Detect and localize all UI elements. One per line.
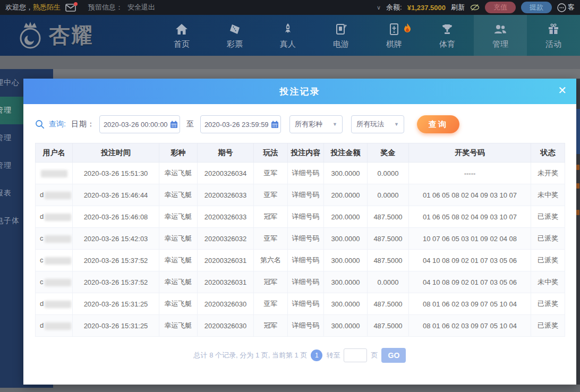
refresh-link[interactable]: 刷新 (451, 3, 465, 12)
cell-bet-content-link[interactable]: 详细号码 (288, 163, 324, 184)
cell-prize: 487.5000 (368, 293, 409, 315)
nav-item-2[interactable]: 真人 (261, 15, 314, 56)
close-icon[interactable]: ✕ (558, 85, 567, 96)
home-icon (175, 22, 189, 36)
cell-status: 未中奖 (531, 271, 565, 293)
nav-item-6[interactable]: 管理 (474, 15, 527, 56)
recharge-button[interactable]: 充值 (485, 2, 516, 13)
column-header-3: 期号 (198, 143, 254, 163)
query-button[interactable]: 查询 (417, 115, 459, 133)
cell-play: 亚军 (254, 163, 288, 184)
modal-header: 投注记录 ✕ (23, 79, 576, 104)
mail-badge-dot (74, 2, 78, 6)
board-game-icon (389, 22, 399, 36)
page-number-button[interactable]: 1 (311, 350, 322, 361)
cell-status: 已派奖 (531, 228, 565, 250)
table-row: c2020-03-26 15:37:52幸运飞艇20200326031第六名详细… (36, 250, 565, 271)
nav-item-label: 棋牌 (386, 39, 402, 49)
nav-item-4[interactable]: 棋牌 (368, 15, 421, 56)
cell-bet-amount: 200.0000 (324, 184, 368, 206)
cell-lottery: 幸运飞艇 (159, 163, 198, 184)
site-logo[interactable]: 杏耀 (15, 20, 155, 51)
balance-amount: ¥1,237.5000 (407, 4, 446, 12)
chevron-down-icon[interactable]: ∨ (377, 4, 381, 11)
column-header-0: 用户名 (36, 143, 73, 163)
nav-item-5[interactable]: 体育 (421, 15, 474, 56)
cell-issue: 20200326032 (198, 228, 254, 250)
cell-bet-time: 2020-03-26 15:31:25 (73, 293, 159, 315)
cell-bet-content-link[interactable]: 详细号码 (288, 250, 324, 271)
withdraw-button[interactable]: 提款 (521, 2, 552, 13)
cell-draw-numbers: ----- (409, 163, 531, 184)
cell-status: 未开奖 (531, 163, 565, 184)
cell-username: d (36, 315, 73, 337)
table-row: d2020-03-26 15:46:08幸运飞艇20200326033冠军详细号… (36, 206, 565, 228)
page-toolbar-dimmed (0, 56, 580, 69)
cell-draw-numbers: 04 10 08 09 02 01 07 03 05 06 (409, 271, 531, 293)
cell-bet-amount: 300.0000 (324, 315, 368, 337)
blurred-username (41, 170, 67, 177)
cell-bet-content-link[interactable]: 详细号码 (288, 184, 324, 206)
logout-link[interactable]: 安全退出 (127, 3, 155, 12)
nav-item-0[interactable]: 首页 (155, 15, 208, 56)
cell-bet-content-link[interactable]: 详细号码 (288, 271, 324, 293)
calendar-icon[interactable] (170, 121, 178, 129)
cell-bet-content-link[interactable]: 详细号码 (288, 315, 324, 337)
cell-draw-numbers: 08 01 06 02 03 09 07 05 10 04 (409, 293, 531, 315)
cell-bet-time: 2020-03-26 15:42:03 (73, 228, 159, 250)
cell-play: 冠军 (254, 271, 288, 293)
column-header-4: 玩法 (254, 143, 288, 163)
nav-item-1[interactable]: 彩票 (208, 15, 261, 56)
nav-item-7[interactable]: 活动 (527, 15, 580, 56)
cell-status: 已派奖 (531, 206, 565, 228)
cell-draw-numbers: 08 01 06 02 03 09 07 05 10 04 (409, 315, 531, 337)
date-from-input[interactable]: 2020-03-26 00:00:00 (99, 115, 180, 133)
nav-item-label: 管理 (492, 39, 508, 49)
cell-issue: 20200326031 (198, 250, 254, 271)
go-button[interactable]: GO (381, 348, 406, 363)
cell-draw-numbers: 01 06 05 08 02 04 09 03 10 07 (409, 184, 531, 206)
cell-issue: 20200326033 (198, 206, 254, 228)
cell-issue: 20200326030 (198, 293, 254, 315)
logo-emblem-icon (15, 20, 46, 51)
modal-title: 投注记录 (280, 86, 320, 98)
cell-username: c (36, 250, 73, 271)
search-bar: 查询: 日期： 2020-03-26 00:00:00 至 2020-03-26… (35, 115, 576, 133)
cell-bet-content-link[interactable]: 详细号码 (288, 293, 324, 315)
cell-lottery: 幸运飞艇 (159, 206, 198, 228)
cell-bet-content-link[interactable]: 详细号码 (288, 228, 324, 250)
blurred-username (45, 301, 71, 308)
eye-off-icon[interactable] (470, 4, 480, 11)
play-type-select[interactable]: 所有玩法 ▼ (351, 115, 404, 133)
customer-service-icon[interactable]: 客 (557, 3, 575, 12)
live-person-icon (282, 22, 294, 36)
column-header-7: 奖金 (368, 143, 409, 163)
pagination-summary: 总计 8 个记录, 分为 1 页, 当前第 1 页 (194, 351, 308, 360)
column-header-9: 状态 (531, 143, 565, 163)
nav-item-3[interactable]: 电游 (314, 15, 368, 56)
cell-prize: 487.5000 (368, 228, 409, 250)
mail-icon[interactable] (65, 4, 76, 12)
cell-lottery: 幸运飞艇 (159, 315, 198, 337)
column-header-8: 开奖号码 (409, 143, 531, 163)
trophy-icon (441, 22, 454, 36)
cell-bet-time: 2020-03-26 15:37:52 (73, 250, 159, 271)
cell-bet-amount: 300.0000 (324, 250, 368, 271)
cell-bet-content-link[interactable]: 详细号码 (288, 206, 324, 228)
cell-prize: 487.5000 (368, 315, 409, 337)
cell-lottery: 幸运飞艇 (159, 184, 198, 206)
goto-page-input[interactable] (344, 348, 367, 362)
lottery-type-select[interactable]: 所有彩种 ▼ (289, 115, 343, 133)
cell-username (36, 163, 73, 184)
nav-item-label: 真人 (280, 39, 296, 49)
cell-username: c (36, 228, 73, 250)
ticket-icon (228, 22, 241, 36)
page-unit-label: 页 (371, 351, 378, 360)
date-to-input[interactable]: 2020-03-26 23:59:59 (200, 115, 281, 133)
users-icon (493, 22, 507, 36)
sidebar-item-label: 管理 (0, 133, 12, 143)
cell-play: 第六名 (254, 250, 288, 271)
cell-prize: 0.0000 (368, 271, 409, 293)
cell-bet-amount: 300.0000 (324, 293, 368, 315)
calendar-icon[interactable] (271, 121, 279, 129)
